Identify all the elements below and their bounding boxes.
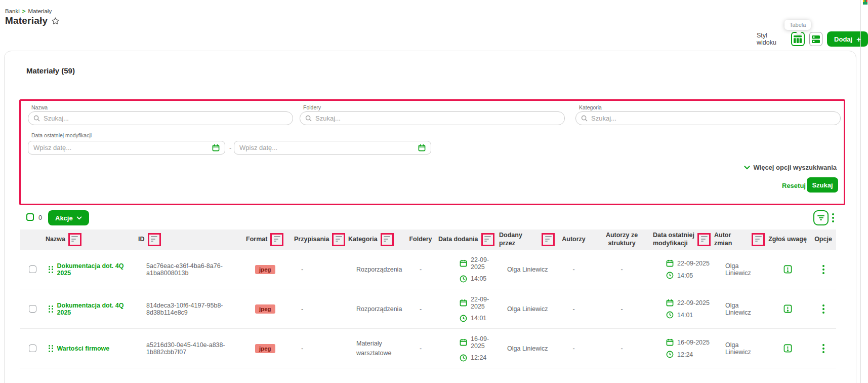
calendar-icon	[666, 259, 674, 267]
date-to-field[interactable]	[234, 141, 431, 155]
calendar-icon	[460, 338, 467, 346]
name-search-input[interactable]	[44, 114, 287, 122]
folders-search-field[interactable]	[300, 111, 565, 125]
calendar-icon[interactable]	[212, 144, 220, 151]
filter-button[interactable]	[813, 210, 829, 225]
sort-annotation-box	[270, 233, 283, 246]
folders-filter-label: Foldery	[303, 104, 321, 110]
sort-annotation-box	[381, 233, 394, 246]
drag-handle-icon[interactable]	[49, 305, 53, 313]
dodany-przez-value: Olga Liniewicz	[499, 250, 555, 289]
breadcrumb-separator: >	[22, 8, 26, 14]
col-header-przypisania[interactable]: Przypisania	[294, 229, 342, 250]
breadcrumb-root[interactable]: Banki	[5, 8, 20, 14]
name-filter-label: Nazwa	[31, 104, 48, 110]
col-header-dodany-przez[interactable]: Dodany przez	[499, 229, 555, 250]
sort-icon[interactable]	[274, 236, 280, 243]
foldery-value: -	[403, 329, 438, 368]
row-checkbox[interactable]	[29, 265, 36, 273]
selected-count: 0	[38, 214, 42, 221]
calendar-icon[interactable]	[418, 144, 426, 151]
clock-icon	[460, 275, 467, 283]
add-button-label: Dodaj	[834, 35, 852, 43]
autorzy-ze-struktury-value: -	[593, 289, 651, 328]
data-modyfikacji-cell: 22-09-2025 14:01	[651, 289, 714, 328]
add-button[interactable]: Dodaj +	[827, 31, 868, 47]
col-header-format[interactable]: Format	[246, 229, 294, 250]
search-submit-button[interactable]: Szukaj	[807, 177, 838, 193]
format-badge: jpeg	[255, 304, 275, 314]
sort-icon[interactable]	[484, 236, 491, 243]
material-name-link[interactable]: Wartości firmowe	[57, 345, 110, 352]
calendar-icon	[666, 299, 674, 307]
dodany-przez-value: Olga Liniewicz	[499, 289, 555, 328]
breadcrumb-current: Materiały	[28, 8, 52, 14]
sort-icon[interactable]	[384, 236, 390, 243]
autorzy-ze-struktury-value: -	[593, 329, 651, 368]
name-search-field[interactable]	[28, 111, 293, 125]
calendar-icon	[460, 259, 467, 267]
col-header-data-modyfikacji[interactable]: Data ostatniej modyfikacji	[651, 229, 714, 250]
material-name-link[interactable]: Dokumentacja dot. 4Q 2025	[57, 262, 139, 277]
col-header-nazwa[interactable]: Nazwa	[45, 229, 138, 250]
sort-icon[interactable]	[336, 236, 342, 243]
chevron-down-icon	[744, 166, 750, 170]
chevron-down-icon	[76, 216, 82, 220]
drag-handle-icon[interactable]	[49, 266, 53, 273]
category-filter-label: Kategoria	[579, 104, 602, 110]
sort-icon[interactable]	[701, 236, 708, 243]
sort-annotation-box	[542, 233, 555, 246]
search-icon	[581, 115, 588, 122]
col-header-autorzy: Autorzy	[555, 229, 593, 250]
category-search-input[interactable]	[591, 114, 835, 122]
report-issue-icon[interactable]	[783, 265, 792, 274]
favorite-star-icon[interactable]	[51, 17, 60, 25]
list-view-icon	[812, 35, 820, 43]
col-header-autor-zmian[interactable]: Autor zmian	[714, 229, 765, 250]
format-badge: jpeg	[255, 265, 275, 274]
row-options-kebab[interactable]	[822, 344, 824, 353]
material-name-link[interactable]: Dokumentacja dot. 4Q 2025	[57, 302, 139, 316]
folders-search-input[interactable]	[315, 114, 559, 122]
list-view-button[interactable]	[809, 32, 822, 46]
col-header-autorzy-ze-struktury: Autorzy ze struktury	[593, 229, 651, 250]
autorzy-value: -	[555, 250, 593, 289]
scrollbar[interactable]	[860, 0, 861, 383]
date-from-field[interactable]	[28, 141, 225, 155]
drag-handle-icon[interactable]	[49, 345, 53, 352]
table-options-kebab[interactable]	[832, 213, 834, 222]
list-heading: Materiały (59)	[26, 66, 75, 75]
date-to-input[interactable]	[239, 144, 415, 151]
data-dodania-cell: 22-09-2025 14:01	[438, 289, 499, 328]
col-header-id[interactable]: ID	[138, 229, 246, 250]
reset-button[interactable]: Resetuj	[782, 182, 806, 189]
report-issue-icon[interactable]	[783, 344, 792, 353]
browser-favicon-fragment	[863, 0, 867, 5]
category-search-field[interactable]	[575, 111, 841, 125]
col-header-zglos-uwage: Zgłoś uwagę	[765, 229, 810, 250]
date-from-input[interactable]	[33, 144, 209, 151]
actions-button-label: Akcje	[55, 214, 73, 222]
sort-icon[interactable]	[151, 236, 157, 243]
sort-icon[interactable]	[755, 236, 762, 243]
row-checkbox[interactable]	[29, 305, 36, 313]
search-icon	[305, 115, 312, 122]
calendar-icon	[460, 299, 467, 307]
row-options-kebab[interactable]	[822, 304, 824, 314]
materials-table: Nazwa ID Format Przypisania Kategoria Fo…	[20, 229, 836, 368]
row-options-kebab[interactable]	[822, 265, 824, 274]
actions-button[interactable]: Akcje	[48, 210, 89, 225]
sort-annotation-box	[697, 233, 711, 246]
col-header-data-dodania[interactable]: Data dodania	[438, 229, 499, 250]
more-search-options-link[interactable]: Więcej opcji wyszukiwania	[744, 164, 837, 171]
przypisania-value: -	[294, 250, 342, 289]
sort-annotation-box	[68, 233, 81, 246]
filter-icon	[817, 214, 824, 221]
row-checkbox[interactable]	[29, 344, 36, 352]
sort-icon[interactable]	[71, 236, 78, 243]
sort-annotation-box	[752, 233, 765, 246]
report-issue-icon[interactable]	[783, 304, 792, 313]
sort-icon[interactable]	[545, 236, 552, 243]
select-all-checkbox[interactable]	[26, 213, 34, 221]
col-header-kategoria[interactable]: Kategoria	[342, 229, 403, 250]
